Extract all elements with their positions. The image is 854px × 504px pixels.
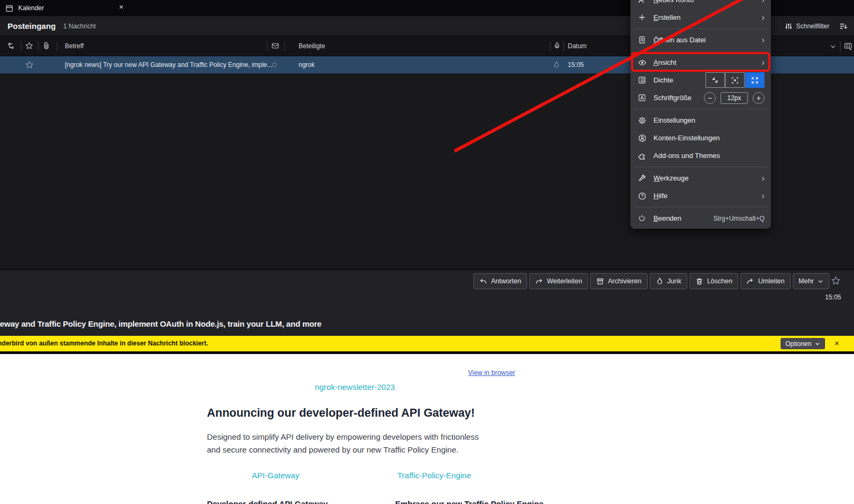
menu-separator — [634, 207, 768, 207]
menu-item-dichte: Dichte — [630, 71, 771, 89]
density-default-button[interactable] — [725, 72, 745, 88]
forward-icon — [535, 277, 543, 285]
chevron-right-icon: › — [762, 174, 764, 183]
message-star-icon[interactable] — [831, 276, 841, 285]
archive-button[interactable]: Archivieren — [590, 273, 648, 289]
message-count: 1 Nachricht — [63, 22, 96, 30]
account-icon — [638, 134, 647, 142]
close-icon[interactable]: × — [830, 337, 843, 350]
menu-separator — [634, 167, 768, 167]
message-time: 15:05 — [825, 294, 841, 301]
help-icon — [638, 192, 647, 200]
font-size-control: − 12px + — [704, 92, 764, 104]
tab-label: Kalender — [18, 4, 44, 12]
row-star-icon[interactable] — [25, 61, 34, 69]
density-compact-button[interactable] — [706, 72, 725, 88]
correspondent-icon[interactable] — [271, 42, 279, 50]
document-icon — [638, 36, 647, 44]
row-time: 15:05 — [568, 61, 584, 69]
menu-item-erstellen[interactable]: Erstellen › — [630, 9, 771, 26]
row-subject: [ngrok news] Try our new API Gateway and… — [65, 61, 272, 69]
font-size-value: 12px — [721, 92, 748, 104]
more-button[interactable]: Mehr — [793, 273, 829, 289]
delete-button[interactable]: Löschen — [689, 273, 738, 289]
junk-flame-icon — [656, 277, 664, 285]
chevron-right-icon: › — [762, 0, 764, 4]
read-status-dot[interactable] — [272, 62, 277, 67]
wrench-icon — [638, 174, 647, 182]
view-in-browser-link[interactable]: View in browser — [468, 369, 515, 377]
junk-button[interactable]: Junk — [650, 273, 687, 289]
calendar-icon — [5, 4, 13, 12]
page-title: Posteingang — [8, 21, 56, 31]
column-date[interactable]: Datum — [568, 42, 586, 50]
message-action-toolbar: Antworten Weiterleiten Archivieren Junk … — [473, 273, 829, 289]
annotation-highlight-box — [631, 52, 770, 72]
email-headline: Announcing our developer-defined API Gat… — [207, 407, 475, 420]
menu-item-addons[interactable]: Add-ons und Themes — [630, 147, 771, 164]
menu-item-konten-einstellungen[interactable]: Konten-Einstellungen — [630, 129, 771, 147]
star-column-icon[interactable] — [25, 42, 33, 50]
quick-filter-label: Schnellfilter — [796, 22, 829, 30]
puzzle-icon — [638, 152, 647, 160]
message-pane: Antworten Weiterleiten Archivieren Junk … — [0, 269, 854, 336]
email-body: Designed to simplify API delivery by emp… — [207, 431, 479, 456]
column-subject[interactable]: Betreff — [65, 42, 84, 50]
reply-icon — [479, 277, 487, 285]
thread-icon[interactable] — [7, 42, 16, 50]
power-icon — [638, 214, 647, 222]
chevron-right-icon: › — [762, 192, 764, 200]
forward-button[interactable]: Weiterleiten — [529, 273, 588, 289]
menu-item-einstellungen[interactable]: Einstellungen — [630, 111, 771, 129]
chevron-down-icon[interactable] — [830, 43, 836, 50]
traffic-policy-engine-link[interactable]: Traffic-Policy-Engine — [375, 471, 493, 480]
trash-icon — [695, 277, 703, 285]
options-button[interactable]: Optionen — [781, 338, 825, 349]
menu-item-werkzeuge[interactable]: Werkzeuge › — [630, 169, 771, 187]
tab-close-icon[interactable]: × — [116, 2, 127, 12]
plus-icon — [638, 13, 647, 21]
sliders-icon — [785, 22, 792, 30]
font-size-icon — [638, 94, 647, 102]
menu-separator — [634, 109, 768, 109]
menu-item-neues-konto[interactable]: Neues Konto › — [630, 0, 771, 9]
density-options — [706, 72, 764, 88]
tab-kalender[interactable]: Kalender — [0, 1, 127, 15]
density-relaxed-button[interactable] — [745, 72, 764, 88]
menu-item-hilfe[interactable]: Hilfe › — [630, 187, 771, 205]
remote-content-bar: nderbird von außen stammende Inhalte in … — [0, 336, 854, 351]
newsletter-brand-link[interactable]: ngrok-newsletter-2023 — [231, 382, 479, 392]
archive-icon — [596, 277, 604, 285]
chevron-right-icon: › — [762, 36, 764, 44]
message-list-display-icon[interactable] — [839, 22, 848, 31]
font-size-decrease-button[interactable]: − — [704, 92, 716, 104]
quick-filter-button[interactable]: Schnellfilter — [785, 22, 829, 30]
row-junk-icon[interactable] — [553, 61, 560, 69]
menu-item-beenden[interactable]: Beenden Strg+Umschalt+Q — [630, 209, 771, 227]
redirect-button[interactable]: Umleiten — [740, 273, 790, 289]
clipped-heading-left: Developer-defined API Gateway — [207, 499, 328, 504]
column-correspondents[interactable]: Beteiligte — [299, 42, 325, 50]
reply-button[interactable]: Antworten — [473, 273, 527, 289]
font-size-increase-button[interactable]: + — [753, 92, 764, 104]
clipped-heading-right: Embrace our new Traffic Policy Engine — [395, 499, 544, 504]
column-picker-icon[interactable] — [844, 42, 852, 50]
app-menu: Neues Konto › Erstellen › Öffnen aus Dat… — [630, 0, 771, 229]
person-add-icon — [638, 0, 647, 4]
remote-content-message: nderbird von außen stammende Inhalte in … — [0, 340, 208, 347]
chevron-right-icon: › — [762, 13, 764, 22]
junk-column-icon[interactable] — [553, 42, 561, 49]
email-content: View in browser ngrok-newsletter-2023 An… — [0, 354, 854, 504]
attachment-icon[interactable] — [42, 42, 50, 50]
density-icon — [638, 76, 647, 84]
api-gateway-link[interactable]: API-Gateway — [227, 471, 324, 480]
quit-shortcut: Strg+Umschalt+Q — [714, 215, 764, 222]
gear-icon — [638, 116, 647, 125]
message-subject-clipped: teway and Traffic Policy Engine, impleme… — [0, 319, 322, 328]
row-correspondent: ngrok — [299, 61, 315, 69]
menu-item-schriftgroesse: Schriftgröße − 12px + — [630, 89, 771, 107]
menu-separator — [634, 28, 768, 29]
chevron-down-icon — [818, 279, 823, 284]
redirect-icon — [746, 277, 754, 285]
